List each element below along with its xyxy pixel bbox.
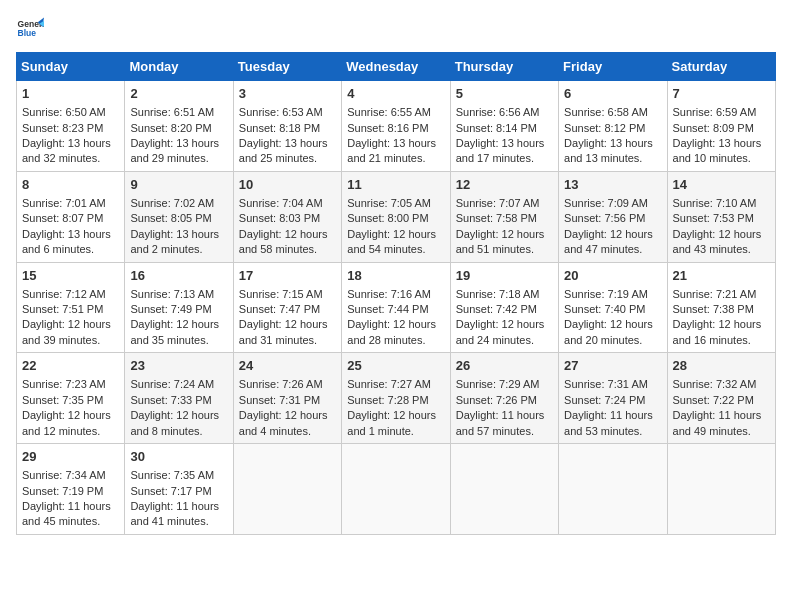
day-info: Sunrise: 7:01 AM (22, 196, 119, 211)
day-info: Daylight: 13 hours (22, 227, 119, 242)
day-info: Sunrise: 7:12 AM (22, 287, 119, 302)
day-number: 2 (130, 85, 227, 103)
day-info: and 43 minutes. (673, 242, 770, 257)
calendar-cell: 11Sunrise: 7:05 AMSunset: 8:00 PMDayligh… (342, 171, 450, 262)
day-info: and 49 minutes. (673, 424, 770, 439)
day-info: Daylight: 13 hours (130, 136, 227, 151)
day-info: Sunrise: 7:34 AM (22, 468, 119, 483)
day-info: Sunrise: 7:07 AM (456, 196, 553, 211)
day-info: and 21 minutes. (347, 151, 444, 166)
day-number: 6 (564, 85, 661, 103)
day-info: Daylight: 13 hours (673, 136, 770, 151)
day-info: Daylight: 12 hours (564, 227, 661, 242)
day-info: and 31 minutes. (239, 333, 336, 348)
day-number: 5 (456, 85, 553, 103)
day-info: Sunset: 7:17 PM (130, 484, 227, 499)
day-number: 13 (564, 176, 661, 194)
day-number: 16 (130, 267, 227, 285)
calendar-cell (667, 444, 775, 535)
day-info: Sunrise: 7:10 AM (673, 196, 770, 211)
day-info: Sunset: 8:05 PM (130, 211, 227, 226)
calendar-cell: 16Sunrise: 7:13 AMSunset: 7:49 PMDayligh… (125, 262, 233, 353)
day-info: Sunset: 8:16 PM (347, 121, 444, 136)
calendar-cell: 7Sunrise: 6:59 AMSunset: 8:09 PMDaylight… (667, 81, 775, 172)
day-info: Sunrise: 6:50 AM (22, 105, 119, 120)
header-sunday: Sunday (17, 53, 125, 81)
day-info: Daylight: 11 hours (130, 499, 227, 514)
day-info: Sunset: 7:33 PM (130, 393, 227, 408)
day-info: Sunrise: 6:55 AM (347, 105, 444, 120)
day-info: Sunrise: 7:35 AM (130, 468, 227, 483)
day-info: Daylight: 12 hours (673, 227, 770, 242)
day-info: Daylight: 13 hours (347, 136, 444, 151)
day-info: Sunset: 7:53 PM (673, 211, 770, 226)
day-info: Sunset: 7:26 PM (456, 393, 553, 408)
calendar-cell: 28Sunrise: 7:32 AMSunset: 7:22 PMDayligh… (667, 353, 775, 444)
day-number: 19 (456, 267, 553, 285)
day-number: 8 (22, 176, 119, 194)
day-info: Daylight: 12 hours (673, 317, 770, 332)
day-info: Sunrise: 6:53 AM (239, 105, 336, 120)
day-info: Sunset: 7:49 PM (130, 302, 227, 317)
day-info: Daylight: 12 hours (130, 408, 227, 423)
day-info: and 53 minutes. (564, 424, 661, 439)
day-info: and 6 minutes. (22, 242, 119, 257)
day-info: Sunrise: 7:26 AM (239, 377, 336, 392)
day-number: 17 (239, 267, 336, 285)
calendar-cell: 15Sunrise: 7:12 AMSunset: 7:51 PMDayligh… (17, 262, 125, 353)
day-info: and 2 minutes. (130, 242, 227, 257)
calendar-cell: 17Sunrise: 7:15 AMSunset: 7:47 PMDayligh… (233, 262, 341, 353)
day-number: 30 (130, 448, 227, 466)
day-info: Sunset: 7:42 PM (456, 302, 553, 317)
calendar-cell: 27Sunrise: 7:31 AMSunset: 7:24 PMDayligh… (559, 353, 667, 444)
calendar-cell: 6Sunrise: 6:58 AMSunset: 8:12 PMDaylight… (559, 81, 667, 172)
day-number: 4 (347, 85, 444, 103)
day-info: Daylight: 13 hours (456, 136, 553, 151)
calendar-cell: 26Sunrise: 7:29 AMSunset: 7:26 PMDayligh… (450, 353, 558, 444)
calendar-week-0: 1Sunrise: 6:50 AMSunset: 8:23 PMDaylight… (17, 81, 776, 172)
day-number: 1 (22, 85, 119, 103)
day-info: Sunset: 7:47 PM (239, 302, 336, 317)
day-info: Daylight: 12 hours (130, 317, 227, 332)
day-info: Daylight: 12 hours (22, 408, 119, 423)
calendar-cell: 22Sunrise: 7:23 AMSunset: 7:35 PMDayligh… (17, 353, 125, 444)
day-number: 12 (456, 176, 553, 194)
day-info: Daylight: 12 hours (239, 227, 336, 242)
day-info: Daylight: 13 hours (130, 227, 227, 242)
calendar-week-1: 8Sunrise: 7:01 AMSunset: 8:07 PMDaylight… (17, 171, 776, 262)
day-info: and 24 minutes. (456, 333, 553, 348)
page-header: General Blue (16, 16, 776, 44)
calendar-cell: 2Sunrise: 6:51 AMSunset: 8:20 PMDaylight… (125, 81, 233, 172)
day-info: and 51 minutes. (456, 242, 553, 257)
day-info: and 8 minutes. (130, 424, 227, 439)
day-number: 25 (347, 357, 444, 375)
day-info: Sunrise: 7:21 AM (673, 287, 770, 302)
calendar-cell: 19Sunrise: 7:18 AMSunset: 7:42 PMDayligh… (450, 262, 558, 353)
day-info: and 1 minute. (347, 424, 444, 439)
day-number: 24 (239, 357, 336, 375)
day-number: 11 (347, 176, 444, 194)
day-info: Sunrise: 7:19 AM (564, 287, 661, 302)
day-info: and 54 minutes. (347, 242, 444, 257)
day-info: Sunset: 8:00 PM (347, 211, 444, 226)
day-info: and 32 minutes. (22, 151, 119, 166)
day-info: and 57 minutes. (456, 424, 553, 439)
header-saturday: Saturday (667, 53, 775, 81)
day-info: Daylight: 12 hours (239, 408, 336, 423)
day-info: and 16 minutes. (673, 333, 770, 348)
day-info: Sunset: 8:14 PM (456, 121, 553, 136)
day-info: and 47 minutes. (564, 242, 661, 257)
calendar-cell: 8Sunrise: 7:01 AMSunset: 8:07 PMDaylight… (17, 171, 125, 262)
day-info: Sunrise: 7:29 AM (456, 377, 553, 392)
day-info: Daylight: 11 hours (456, 408, 553, 423)
day-info: Sunrise: 7:09 AM (564, 196, 661, 211)
day-info: and 10 minutes. (673, 151, 770, 166)
calendar-cell: 12Sunrise: 7:07 AMSunset: 7:58 PMDayligh… (450, 171, 558, 262)
day-info: and 12 minutes. (22, 424, 119, 439)
day-info: and 28 minutes. (347, 333, 444, 348)
calendar-week-3: 22Sunrise: 7:23 AMSunset: 7:35 PMDayligh… (17, 353, 776, 444)
day-info: Daylight: 13 hours (239, 136, 336, 151)
day-info: Sunset: 7:44 PM (347, 302, 444, 317)
day-info: Sunrise: 6:56 AM (456, 105, 553, 120)
header-tuesday: Tuesday (233, 53, 341, 81)
